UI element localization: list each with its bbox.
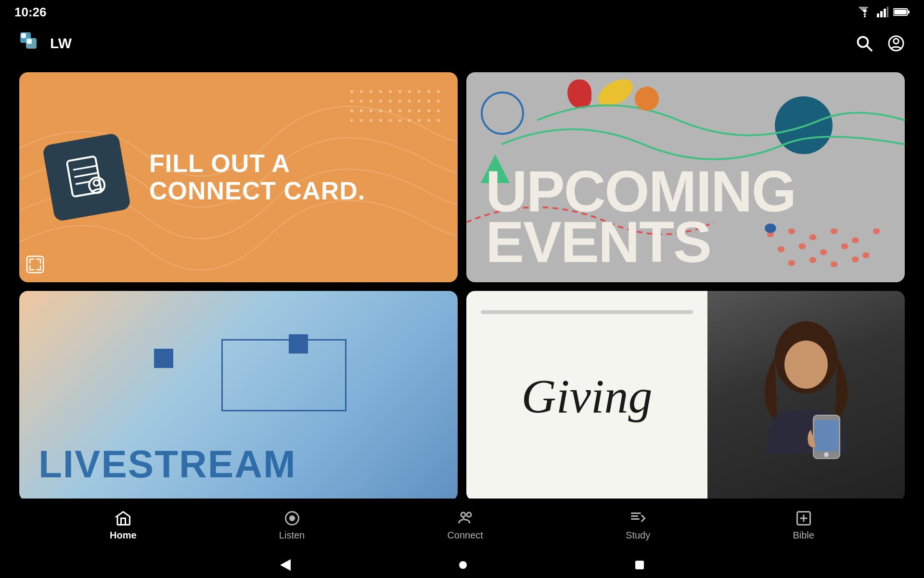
giving-study-card[interactable]: Giving bbox=[466, 291, 905, 501]
logo-text: LW bbox=[50, 35, 72, 52]
svg-rect-7 bbox=[894, 10, 907, 14]
nav-listen[interactable]: Listen bbox=[279, 510, 305, 541]
svg-point-20 bbox=[389, 90, 392, 93]
system-nav-bar bbox=[0, 552, 924, 578]
giving-title: Giving bbox=[521, 368, 652, 424]
svg-point-50 bbox=[389, 119, 392, 122]
ls-square-1 bbox=[154, 349, 173, 368]
wifi-icon bbox=[858, 7, 872, 17]
svg-point-21 bbox=[398, 90, 401, 93]
signal-icon bbox=[877, 7, 888, 17]
svg-point-66 bbox=[831, 228, 838, 234]
connect-card-text: FILL OUT A CONNECT CARD. bbox=[149, 150, 365, 205]
svg-point-68 bbox=[873, 228, 880, 234]
svg-point-32 bbox=[408, 100, 411, 103]
svg-point-55 bbox=[437, 119, 440, 122]
svg-point-18 bbox=[370, 90, 372, 93]
svg-point-28 bbox=[370, 100, 372, 103]
svg-rect-4 bbox=[887, 7, 888, 17]
svg-rect-11 bbox=[27, 39, 32, 44]
content-grid: FILL OUT A CONNECT CARD. bbox=[0, 63, 924, 511]
svg-point-15 bbox=[894, 39, 899, 44]
svg-point-33 bbox=[418, 100, 421, 103]
svg-point-61 bbox=[93, 180, 100, 186]
giving-card[interactable]: Giving bbox=[466, 291, 707, 501]
svg-point-39 bbox=[379, 109, 382, 112]
svg-point-67 bbox=[852, 237, 859, 243]
app-logo-icon bbox=[19, 31, 43, 55]
svg-point-24 bbox=[427, 90, 430, 93]
ls-outline bbox=[221, 339, 346, 411]
svg-point-26 bbox=[350, 100, 353, 103]
corner-expand-icon bbox=[26, 255, 44, 276]
connect-card-icon bbox=[42, 132, 131, 222]
home-icon bbox=[115, 510, 132, 527]
nav-connect[interactable]: Connect bbox=[447, 510, 483, 541]
svg-point-41 bbox=[398, 109, 401, 112]
connect-card-title: FILL OUT A bbox=[149, 150, 365, 177]
svg-point-44 bbox=[427, 109, 430, 112]
recents-button[interactable] bbox=[635, 561, 644, 569]
nav-study-label: Study bbox=[626, 530, 650, 541]
expand-icon bbox=[26, 255, 44, 274]
nav-study[interactable]: Study bbox=[626, 510, 650, 541]
dot-pattern bbox=[347, 87, 443, 125]
contact-form-icon bbox=[59, 149, 115, 205]
svg-point-29 bbox=[379, 100, 382, 103]
svg-point-70 bbox=[799, 243, 806, 249]
nav-connect-label: Connect bbox=[447, 530, 483, 541]
events-card[interactable]: UPCOMING EVENTS bbox=[466, 72, 905, 282]
nav-home[interactable]: Home bbox=[110, 510, 137, 541]
svg-point-76 bbox=[831, 261, 838, 267]
events-card-text: UPCOMING EVENTS bbox=[486, 166, 796, 268]
nav-bible[interactable]: Bible bbox=[793, 510, 814, 541]
svg-point-54 bbox=[427, 119, 430, 122]
svg-point-34 bbox=[427, 100, 430, 103]
svg-point-40 bbox=[389, 109, 392, 112]
back-button[interactable] bbox=[280, 559, 291, 571]
svg-point-49 bbox=[379, 119, 382, 122]
connect-card[interactable]: FILL OUT A CONNECT CARD. bbox=[19, 72, 458, 282]
header: LW bbox=[0, 24, 924, 63]
svg-point-65 bbox=[809, 234, 817, 240]
search-icon[interactable] bbox=[856, 35, 873, 52]
svg-rect-56 bbox=[67, 156, 102, 197]
svg-point-52 bbox=[408, 119, 411, 122]
svg-point-31 bbox=[398, 100, 401, 103]
svg-point-83 bbox=[824, 452, 829, 457]
svg-line-57 bbox=[73, 166, 97, 170]
header-logo: LW bbox=[19, 31, 72, 55]
svg-point-27 bbox=[360, 100, 363, 103]
status-bar: 10:26 bbox=[0, 0, 924, 24]
status-time: 10:26 bbox=[14, 5, 47, 20]
svg-line-58 bbox=[75, 173, 98, 177]
deco-orange-sm bbox=[635, 87, 659, 111]
battery-icon bbox=[893, 8, 910, 16]
livestream-title: LIVESTREAM bbox=[38, 442, 296, 486]
profile-icon[interactable] bbox=[887, 35, 905, 52]
study-card[interactable] bbox=[707, 291, 905, 501]
livestream-card[interactable]: LIVESTREAM bbox=[19, 291, 458, 501]
svg-point-17 bbox=[360, 90, 363, 93]
svg-point-23 bbox=[418, 90, 421, 93]
svg-point-45 bbox=[437, 109, 440, 112]
livestream-text: LIVESTREAM bbox=[38, 442, 296, 486]
home-button[interactable] bbox=[459, 561, 467, 569]
svg-point-42 bbox=[408, 109, 411, 112]
status-icons bbox=[858, 7, 910, 17]
svg-point-19 bbox=[379, 90, 382, 93]
svg-point-72 bbox=[841, 243, 848, 249]
svg-point-22 bbox=[408, 90, 411, 93]
svg-point-35 bbox=[437, 100, 440, 103]
svg-rect-3 bbox=[884, 9, 886, 17]
svg-point-73 bbox=[862, 252, 870, 258]
svg-point-30 bbox=[389, 100, 392, 103]
bible-icon bbox=[795, 510, 812, 527]
header-actions bbox=[856, 35, 905, 52]
svg-point-71 bbox=[820, 249, 827, 255]
connect-icon bbox=[457, 510, 474, 527]
svg-point-37 bbox=[360, 109, 363, 112]
svg-rect-1 bbox=[877, 13, 879, 17]
svg-line-13 bbox=[867, 46, 872, 51]
svg-point-46 bbox=[350, 119, 353, 122]
